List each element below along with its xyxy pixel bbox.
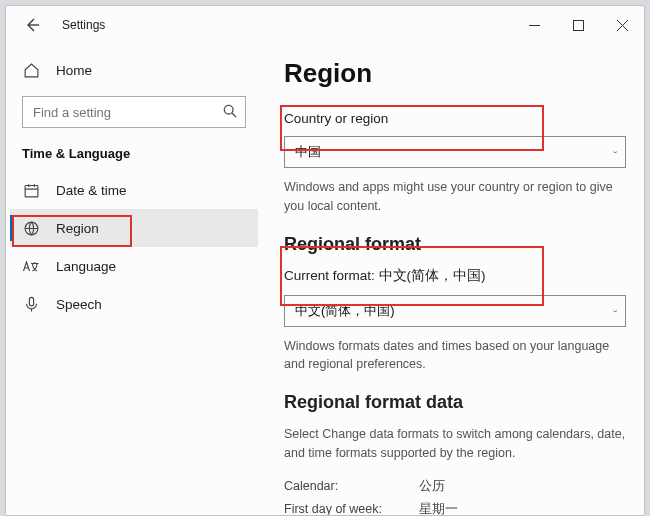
app-title: Settings [62, 18, 105, 32]
regional-format-select[interactable]: 中文(简体，中国) ⌄ [284, 295, 626, 327]
search-field [22, 96, 246, 128]
svg-rect-4 [29, 297, 33, 306]
globe-icon [22, 219, 40, 237]
country-select[interactable]: 中国 ⌄ [284, 136, 626, 168]
settings-window: Settings Home Time & Language Date & tim… [5, 5, 645, 516]
country-value: 中国 [295, 143, 321, 161]
calendar-value: 公历 [419, 475, 445, 498]
minimize-icon [529, 20, 540, 31]
regional-format-data-description: Select Change data formats to switch amo… [284, 425, 626, 463]
microphone-icon [22, 295, 40, 313]
clock-icon [22, 181, 40, 199]
regional-format-value: 中文(简体，中国) [295, 302, 395, 320]
back-button[interactable] [20, 13, 44, 37]
window-body: Home Time & Language Date & time Region … [6, 44, 644, 515]
arrow-left-icon [24, 17, 40, 33]
home-icon [22, 61, 40, 79]
sidebar-item-datetime[interactable]: Date & time [10, 171, 258, 209]
chevron-down-icon: ⌄ [611, 147, 619, 154]
chevron-down-icon: ⌄ [611, 306, 619, 313]
sidebar-item-region[interactable]: Region [10, 209, 258, 247]
country-description: Windows and apps might use your country … [284, 178, 626, 216]
svg-rect-2 [25, 185, 38, 196]
sidebar: Home Time & Language Date & time Region … [6, 44, 262, 515]
sidebar-item-label: Date & time [56, 183, 127, 198]
fdow-key: First day of week: [284, 498, 419, 515]
search-input[interactable] [22, 96, 246, 128]
close-button[interactable] [600, 10, 644, 40]
calendar-key: Calendar: [284, 475, 419, 498]
country-label: Country or region [284, 111, 626, 126]
content-area: Region Country or region 中国 ⌄ Windows an… [262, 44, 644, 515]
titlebar: Settings [6, 6, 644, 44]
svg-point-1 [224, 105, 233, 114]
sidebar-item-speech[interactable]: Speech [10, 285, 258, 323]
row-calendar: Calendar:公历 [284, 475, 626, 498]
page-title: Region [284, 58, 626, 89]
sidebar-item-label: Language [56, 259, 116, 274]
svg-rect-0 [573, 20, 583, 30]
minimize-button[interactable] [512, 10, 556, 40]
language-icon [22, 257, 40, 275]
sidebar-item-label: Region [56, 221, 99, 236]
sidebar-item-label: Home [56, 63, 92, 78]
fdow-value: 星期一 [419, 498, 458, 515]
regional-format-description: Windows formats dates and times based on… [284, 337, 626, 375]
row-first-day: First day of week:星期一 [284, 498, 626, 515]
maximize-icon [573, 20, 584, 31]
regional-format-data-heading: Regional format data [284, 392, 626, 413]
sidebar-item-language[interactable]: Language [10, 247, 258, 285]
sidebar-item-home[interactable]: Home [10, 52, 258, 88]
sidebar-item-label: Speech [56, 297, 102, 312]
regional-format-heading: Regional format [284, 234, 626, 255]
close-icon [617, 20, 628, 31]
maximize-button[interactable] [556, 10, 600, 40]
window-controls [512, 10, 644, 40]
sidebar-category: Time & Language [10, 142, 258, 171]
current-format-label: Current format: 中文(简体，中国) [284, 267, 626, 285]
search-icon [222, 103, 238, 123]
